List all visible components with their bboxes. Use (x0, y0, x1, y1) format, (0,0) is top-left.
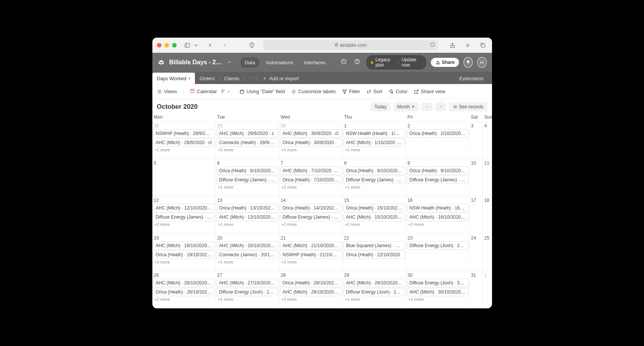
add-or-import-button[interactable]: ＋ Add or import (258, 73, 304, 84)
tab-days-worked[interactable]: Days Worked ▾ (152, 73, 195, 84)
help-icon[interactable] (353, 59, 362, 66)
more-events-link[interactable]: +1 more (343, 185, 405, 189)
today-button[interactable]: Today (370, 102, 390, 111)
calendar-day-cell[interactable]: 4 (483, 122, 492, 159)
calendar-day-cell[interactable]: 28NSWHP (Heath) · 28/9/20…AHC (Mitch) · … (152, 122, 216, 159)
calendar-day-cell[interactable]: 11 (483, 159, 492, 196)
calendar-event[interactable]: NSW Health (Heath) · 16/… (407, 204, 468, 212)
more-events-link[interactable]: +2 more (407, 222, 468, 227)
calendar-event[interactable]: Orica (Heath) · 9/10/2020 · c (407, 167, 468, 175)
calendar-event[interactable]: AHC (Mitch) · 13/10/2020 · c (217, 213, 278, 221)
calendar-event[interactable]: AHC (Mitch) · 28/10/2020 · l (280, 288, 342, 296)
calendar-day-cell[interactable]: 19AHC (Mitch) · 19/10/2020 · cOrica (Hea… (152, 234, 216, 271)
calendar-day-cell[interactable]: 1 (483, 271, 492, 308)
base-menu-chevron-icon[interactable] (227, 59, 232, 66)
calendar-day-cell[interactable]: 16NSW Health (Heath) · 16/…AHC (Mitch) ·… (406, 196, 470, 233)
calendar-event[interactable]: Diffuse Energy (Josh) · 27… (217, 288, 278, 296)
filter-button[interactable]: Filter (342, 89, 360, 94)
calendar-event[interactable]: Orica (Heath) · 22/10/2020 (343, 251, 405, 259)
calendar-day-cell[interactable]: 7AHC (Mitch) · 7/10/2020 · …Orica (Heath… (279, 159, 343, 196)
color-button[interactable]: Color (388, 89, 407, 94)
minimize-window-button[interactable] (165, 43, 169, 48)
url-bar[interactable]: airtable.com (263, 40, 438, 50)
calendar-event[interactable]: Blue Squared (James) · 2… (343, 241, 405, 250)
calendar-event[interactable]: Diffuse Energy (Josh) · 3… (407, 279, 468, 287)
calendar-day-cell[interactable]: 21AHC (Mitch) · 21/10/2020 · cNSWHP (Hea… (279, 234, 343, 271)
calendar-day-cell[interactable]: 30AHC (Mitch) · 30/9/2020 · clOrica (Hea… (279, 122, 343, 159)
calendar-day-cell[interactable]: 14Orica (Heath) · 14/10/2020 ·Diffuse En… (279, 196, 343, 233)
reload-icon[interactable] (430, 42, 435, 48)
calendar-day-cell[interactable]: 18 (483, 196, 492, 233)
privacy-shield-icon[interactable] (247, 41, 256, 50)
calendar-day-cell[interactable]: 28Orica (Heath) · 28/10/2020 ·AHC (Mitch… (279, 271, 343, 308)
share-view-button[interactable]: Share view (414, 89, 445, 94)
more-events-link[interactable]: +2 more (153, 297, 215, 302)
calendar-event[interactable]: Orica (Heath) · 14/10/2020 · (280, 204, 342, 212)
calendar-event[interactable]: NSW Health (Heath) · 1/1… (343, 129, 405, 138)
share-icon[interactable] (448, 41, 457, 50)
calendar-event[interactable]: Orica (Heath) · 13/10/2020 … (217, 204, 278, 212)
more-events-link[interactable]: +1 more (343, 148, 405, 152)
calendar-event[interactable]: NSWHP (Heath) · 28/9/20… (153, 129, 215, 138)
extensions-button[interactable]: Extensions (454, 73, 489, 84)
base-title[interactable]: Billable Days - 2… (169, 59, 222, 66)
calendar-day-cell[interactable]: 15Orica (Heath) · 15/10/2020 ·AHC (Mitch… (343, 196, 406, 233)
more-events-link[interactable]: +1 more (217, 297, 278, 302)
calendar-event[interactable]: AHC (Mitch) · 7/10/2020 · … (280, 167, 342, 175)
calendar-event[interactable]: Diffuse Energy (Josh) · 2… (343, 288, 405, 296)
calendar-day-cell[interactable]: 25 (483, 234, 492, 271)
calendar-day-cell[interactable]: 1NSW Health (Heath) · 1/1…AHC (Mitch) · … (343, 122, 406, 159)
more-events-link[interactable]: +1 more (217, 222, 278, 227)
calendar-day-cell[interactable]: 9Orica (Heath) · 9/10/2020 · cDiffuse En… (406, 159, 470, 196)
calendar-event[interactable]: AHC (Mitch) · 20/10/2020 · … (217, 241, 278, 250)
history-icon[interactable] (339, 59, 348, 66)
calendar-day-cell[interactable]: 29AHC (Mitch) · 29/9/2020 · cConnectix (… (216, 122, 279, 159)
views-sidebar-toggle[interactable]: Views (157, 89, 177, 94)
calendar-event[interactable]: Connectix (Heath) · 29/9/… (217, 138, 278, 147)
close-window-button[interactable] (157, 43, 161, 48)
calendar-day-cell[interactable]: 27AHC (Mitch) · 27/10/2020 · …Diffuse En… (216, 271, 279, 308)
calendar-day-cell[interactable]: 30Diffuse Energy (Josh) · 3…AHC (Mitch) … (406, 271, 470, 308)
calendar-event[interactable]: Orica (Heath) · 7/10/2020 · c (280, 176, 342, 184)
new-tab-icon[interactable] (463, 41, 472, 50)
calendar-event[interactable]: Orica (Heath) · 28/10/2020 · (280, 279, 342, 287)
calendar-event[interactable]: Diffuse Energy (James) · … (343, 176, 405, 184)
chevron-down-icon[interactable]: ▾ (188, 76, 190, 81)
calendar-event[interactable]: AHC (Mitch) · 27/10/2020 · … (217, 279, 278, 287)
calendar-event[interactable]: Diffuse Energy (James) · … (407, 176, 468, 184)
calendar-day-cell[interactable]: 13Orica (Heath) · 13/10/2020 …AHC (Mitch… (216, 196, 279, 233)
range-select[interactable]: Month ▼ (394, 102, 419, 111)
more-events-link[interactable]: +2 more (280, 185, 342, 189)
calendar-event[interactable]: Connectix (James) · 20/1… (217, 251, 278, 259)
calendar-event[interactable]: Diffuse Energy (James) · … (280, 213, 342, 221)
calendar-event[interactable]: Orica (Heath) · 26/10/2020 · (153, 288, 215, 296)
more-events-link[interactable]: +2 more (153, 260, 215, 264)
calendar-event[interactable]: AHC (Mitch) · 1/10/2020 · … (343, 138, 405, 147)
share-button[interactable]: Share (431, 58, 459, 67)
more-events-link[interactable]: +2 more (280, 297, 342, 302)
calendar-event[interactable]: AHC (Mitch) · 28/9/2020 · cl (153, 138, 215, 147)
avatar[interactable]: H (477, 57, 486, 68)
more-events-link[interactable]: +1 more (153, 148, 215, 152)
calendar-event[interactable]: AHC (Mitch) · 26/10/2020 · l (153, 279, 215, 287)
calendar-event[interactable]: AHC (Mitch) · 16/10/2020 · c (407, 213, 468, 221)
view-switcher[interactable]: Calendar ▾ (190, 88, 229, 95)
tab-orders[interactable]: Orders (195, 73, 219, 84)
calendar-event[interactable]: AHC (Mitch) · 21/10/2020 · c (280, 241, 342, 250)
airtable-logo-icon[interactable] (158, 58, 165, 67)
chevron-down-icon[interactable] (193, 41, 199, 50)
more-events-link[interactable]: +2 more (217, 148, 278, 152)
calendar-event[interactable]: NSWHP (Heath) · 21/10/2… (280, 251, 342, 259)
calendar-day-cell[interactable]: 10 (470, 159, 483, 196)
calendar-day-cell[interactable]: 2Orica (Heath) · 2/10/2020 · c (406, 122, 470, 159)
calendar-event[interactable]: AHC (Mitch) · 30/10/2020 · c (407, 288, 468, 296)
calendar-day-cell[interactable]: 12AHC (Mitch) · 12/10/2020 · cDiffuse En… (152, 196, 216, 233)
calendar-event[interactable]: Diffuse Energy (James) · … (217, 176, 278, 184)
calendar-day-cell[interactable]: 17 (470, 196, 483, 233)
maximize-window-button[interactable] (172, 43, 177, 48)
more-events-link[interactable]: +1 more (217, 185, 278, 189)
nav-interfaces[interactable]: Interfaces (299, 57, 330, 68)
more-events-link[interactable]: +2 more (280, 260, 342, 264)
tables-overflow-menu[interactable]: ﹀ (244, 73, 257, 84)
calendar-day-cell[interactable]: 22Blue Squared (James) · 2…Orica (Heath)… (343, 234, 406, 271)
